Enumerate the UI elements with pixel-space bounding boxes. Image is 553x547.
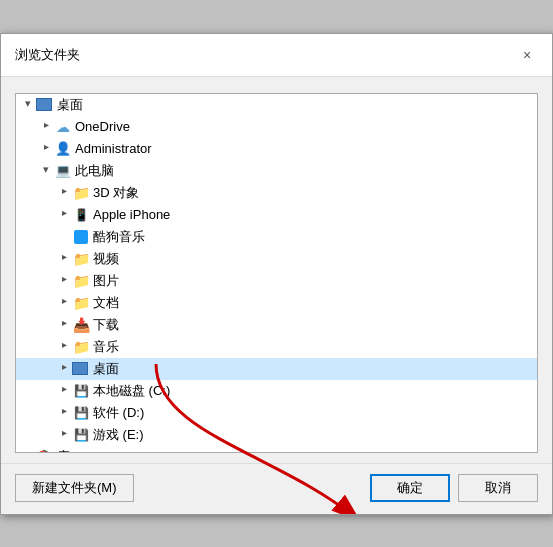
- tree-item-picture[interactable]: ▸📁图片: [16, 270, 537, 292]
- tree-item-administrator[interactable]: ▸👤Administrator: [16, 138, 537, 160]
- tree-item-localdisk[interactable]: ▸💾本地磁盘 (C:): [16, 380, 537, 402]
- dialog-title: 浏览文件夹: [15, 46, 80, 64]
- tree-item-iphone[interactable]: ▸📱Apple iPhone: [16, 204, 537, 226]
- ok-button[interactable]: 确定: [370, 474, 450, 502]
- cancel-button[interactable]: 取消: [458, 474, 538, 502]
- tree-item-audio[interactable]: ▸📁音乐: [16, 336, 537, 358]
- folder-tree[interactable]: ▾桌面▸☁OneDrive▸👤Administrator▾💻此电脑▸📁3D 对象…: [15, 93, 538, 453]
- tree-item-video[interactable]: ▸📁视频: [16, 248, 537, 270]
- content-area: ▾桌面▸☁OneDrive▸👤Administrator▾💻此电脑▸📁3D 对象…: [1, 77, 552, 463]
- tree-item-desktop2[interactable]: ▸桌面: [16, 358, 537, 380]
- title-bar: 浏览文件夹 ×: [1, 34, 552, 77]
- tree-item-onedrive[interactable]: ▸☁OneDrive: [16, 116, 537, 138]
- tree-item-document[interactable]: ▸📁文档: [16, 292, 537, 314]
- tree-item-desktop-top[interactable]: ▾桌面: [16, 94, 537, 116]
- bottom-bar: 新建文件夹(M) 确定 取消: [1, 463, 552, 514]
- tree-item-gamedisk[interactable]: ▸💾游戏 (E:): [16, 424, 537, 446]
- browse-folder-dialog: 浏览文件夹 × ▾桌面▸☁OneDrive▸👤Administrator▾💻此电…: [0, 33, 553, 515]
- close-button[interactable]: ×: [516, 44, 538, 66]
- tree-item-library[interactable]: ▸📚库: [16, 446, 537, 453]
- tree-item-softdisk[interactable]: ▸💾软件 (D:): [16, 402, 537, 424]
- tree-item-music[interactable]: 酷狗音乐: [16, 226, 537, 248]
- tree-item-3d[interactable]: ▸📁3D 对象: [16, 182, 537, 204]
- tree-item-download[interactable]: ▸📥下载: [16, 314, 537, 336]
- new-folder-button[interactable]: 新建文件夹(M): [15, 474, 134, 502]
- tree-item-thispc[interactable]: ▾💻此电脑: [16, 160, 537, 182]
